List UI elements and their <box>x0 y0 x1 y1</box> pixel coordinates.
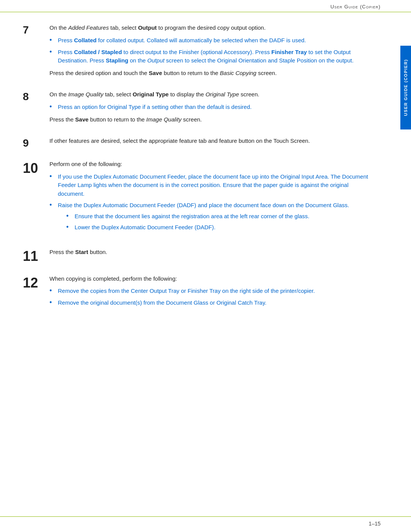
step-7-text: On the Added Features tab, select Output… <box>49 24 370 32</box>
step-8-content: On the Image Quality tab, select Origina… <box>49 90 370 126</box>
bullet-icon: • <box>49 47 58 57</box>
bullet-icon: • <box>49 35 58 45</box>
list-item: • If you use the Duplex Automatic Docume… <box>49 173 370 198</box>
sub-bullet-text: Ensure that the document lies against th… <box>75 212 309 221</box>
sub-bullet-text: Lower the Duplex Automatic Document Feed… <box>75 223 215 232</box>
step-9-number: 9 <box>23 137 49 149</box>
step-10: 10 Perform one of the following: • If yo… <box>23 160 370 237</box>
step-8-number: 8 <box>23 90 49 103</box>
bullet-text: Remove the copies from the Center Output… <box>58 287 370 296</box>
bullet-text: Raise the Duplex Automatic Document Feed… <box>58 202 349 208</box>
step-12-number: 12 <box>23 275 49 291</box>
sub-bullet-icon: • <box>66 222 75 232</box>
step-9-content: If other features are desired, select th… <box>49 137 370 149</box>
step-11-content: Press the Start button. <box>49 248 370 260</box>
step-11: 11 Press the Start button. <box>23 248 370 264</box>
step-10-number: 10 <box>23 160 49 176</box>
step-12-text: When copying is completed, perform the f… <box>49 275 370 283</box>
bullet-text: Press Collated / Stapled to direct outpu… <box>58 48 370 65</box>
side-tab-label: User Guide (Copier) <box>403 59 408 116</box>
bullet-icon: • <box>49 172 58 181</box>
bullet-icon: • <box>49 286 58 296</box>
header-title: User Guide (Copier) <box>330 4 381 10</box>
step-9-text: If other features are desired, select th… <box>49 137 370 145</box>
list-item: • Lower the Duplex Automatic Document Fe… <box>66 223 370 232</box>
step-12-content: When copying is completed, perform the f… <box>49 275 370 311</box>
step-7-content: On the Added Features tab, select Output… <box>49 24 370 80</box>
main-content: 7 On the Added Features tab, select Outp… <box>0 12 400 344</box>
bullet-icon: • <box>49 102 58 112</box>
page-footer: 1–15 <box>0 516 411 532</box>
step-8-bullets: • Press an option for Original Type if a… <box>49 103 370 112</box>
bullet-icon: • <box>49 298 58 307</box>
side-tab: User Guide (Copier) <box>400 46 411 129</box>
list-item: • Press Collated / Stapled to direct out… <box>49 48 370 65</box>
step-12-bullets: • Remove the copies from the Center Outp… <box>49 287 370 307</box>
step-12: 12 When copying is completed, perform th… <box>23 275 370 311</box>
step-8: 8 On the Image Quality tab, select Origi… <box>23 90 370 126</box>
bullet-text: Press Collated for collated output. Coll… <box>58 36 370 45</box>
list-item: • Remove the original document(s) from t… <box>49 299 370 307</box>
page-container: User Guide (Copier) User Guide (Copier) … <box>0 0 411 532</box>
step-7-number: 7 <box>23 24 49 36</box>
list-item: • Raise the Duplex Automatic Document Fe… <box>49 201 370 234</box>
bullet-text: Press an option for Original Type if a s… <box>58 103 370 112</box>
list-item: • Press Collated for collated output. Co… <box>49 36 370 45</box>
step-10-text: Perform one of the following: <box>49 160 370 169</box>
step-7: 7 On the Added Features tab, select Outp… <box>23 24 370 80</box>
step-10-content: Perform one of the following: • If you u… <box>49 160 370 237</box>
footer-page-number: 1–15 <box>369 521 381 527</box>
step-8-after-text: Press the Save button to return to the I… <box>49 115 370 124</box>
sub-bullet-icon: • <box>66 211 75 221</box>
step-9: 9 If other features are desired, select … <box>23 137 370 149</box>
page-header: User Guide (Copier) <box>0 0 411 12</box>
step-7-after-text: Press the desired option and touch the S… <box>49 69 370 78</box>
step-11-number: 11 <box>23 248 49 264</box>
step-10-sub-bullets: • Ensure that the document lies against … <box>66 212 370 232</box>
step-8-text: On the Image Quality tab, select Origina… <box>49 90 370 99</box>
list-item: • Ensure that the document lies against … <box>66 212 370 221</box>
bullet-text: If you use the Duplex Automatic Document… <box>58 173 370 198</box>
bullet-text: Remove the original document(s) from the… <box>58 299 370 307</box>
step-11-text: Press the Start button. <box>49 248 370 257</box>
list-item: • Remove the copies from the Center Outp… <box>49 287 370 296</box>
bullet-icon: • <box>49 200 58 210</box>
step-10-bullets: • If you use the Duplex Automatic Docume… <box>49 173 370 234</box>
step-7-bullets: • Press Collated for collated output. Co… <box>49 36 370 65</box>
list-item: • Press an option for Original Type if a… <box>49 103 370 112</box>
